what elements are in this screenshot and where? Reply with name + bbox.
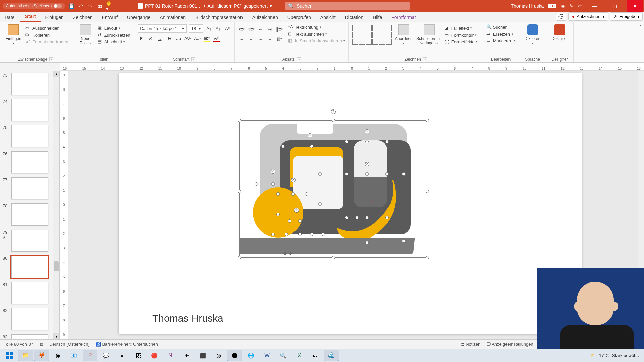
copy-button[interactable]: ⧉Kopieren xyxy=(25,32,68,38)
tab-zeichnen[interactable]: Zeichnen xyxy=(68,13,97,22)
resize-handle[interactable] xyxy=(310,145,313,148)
shapes-gallery[interactable] xyxy=(352,25,392,45)
resize-handle[interactable] xyxy=(402,239,406,243)
resize-handle[interactable] xyxy=(402,172,406,176)
align-right-button[interactable]: ≡ xyxy=(257,35,264,42)
taskbar-onenote[interactable]: N xyxy=(163,350,178,361)
decrease-font-button[interactable]: A↓ xyxy=(215,25,222,32)
justify-button[interactable]: ≡ xyxy=(266,35,274,42)
resize-handle[interactable] xyxy=(385,140,389,143)
scroll-down-icon[interactable]: ▾ xyxy=(53,333,59,339)
resize-handle[interactable] xyxy=(271,182,275,186)
maximize-button[interactable]: ▢ xyxy=(607,0,623,12)
user-initials[interactable]: TH xyxy=(548,4,556,8)
tab-animationen[interactable]: Animationen xyxy=(155,13,191,22)
reset-button[interactable]: ↺Zurücksetzen xyxy=(98,32,130,38)
numbering-button[interactable]: 1≡ xyxy=(248,25,255,33)
resize-handle[interactable] xyxy=(310,233,313,236)
taskbar-obs[interactable]: ◎ xyxy=(211,350,226,361)
convert-smartart-button[interactable]: ◧In SmartArt konvertieren xyxy=(288,38,345,43)
collapse-ribbon-button[interactable]: ˅ xyxy=(638,22,644,62)
tab-entwurf[interactable]: Entwurf xyxy=(97,13,122,22)
taskbar-telegram[interactable]: ✈ xyxy=(179,350,194,361)
align-center-button[interactable]: ≡ xyxy=(248,35,255,42)
layout-button[interactable]: ▦Layout xyxy=(98,25,130,31)
selected-graphic-group[interactable]: ✥ ✥ ↖ xyxy=(239,110,427,258)
resize-handle[interactable] xyxy=(318,172,322,176)
font-family-select[interactable]: Calibri (Textkörper) ▾ xyxy=(138,24,187,33)
italic-button[interactable]: K xyxy=(147,35,154,42)
resize-handle[interactable] xyxy=(426,256,429,259)
line-spacing-button[interactable]: ‖≡ xyxy=(276,25,283,33)
slide-thumbnail[interactable]: 75 xyxy=(0,123,59,149)
taskbar-explorer[interactable]: 📁 xyxy=(18,350,33,361)
taskbar-app-3[interactable]: 🔴 xyxy=(147,350,162,361)
resize-handle[interactable] xyxy=(426,190,429,193)
resize-handle[interactable] xyxy=(238,256,241,259)
shape-effects-button[interactable]: ◯Formeffekte xyxy=(445,39,478,44)
dialog-launcher-icon[interactable]: ↘ xyxy=(423,57,427,61)
dialog-launcher-icon[interactable]: ↘ xyxy=(49,57,53,61)
resize-handle[interactable] xyxy=(345,140,348,143)
text-direction-button[interactable]: ↕ATextrichtung xyxy=(288,24,345,30)
designer-button[interactable]: Designer xyxy=(550,24,570,41)
slide-thumbnail[interactable]: 82 xyxy=(0,306,59,332)
columns-button[interactable]: ▥ xyxy=(276,35,283,42)
slide-counter[interactable]: Folie 80 von 87 xyxy=(3,342,33,347)
tab-start[interactable]: Start xyxy=(20,12,41,22)
rotation-handle-icon[interactable] xyxy=(271,169,275,174)
taskbar-excel[interactable]: X xyxy=(292,350,307,361)
slide-thumbnail[interactable]: 73 xyxy=(0,71,59,97)
tab-hilfe[interactable]: Hilfe xyxy=(368,13,387,22)
window-overlay-icon[interactable]: ▭ xyxy=(578,3,582,9)
slide-thumbnail[interactable]: 76 xyxy=(0,149,59,175)
redo-icon[interactable]: ↷ xyxy=(87,3,93,9)
coming-soon-icon[interactable]: ◈ xyxy=(561,3,565,9)
clear-format-button[interactable]: Aᵉ xyxy=(224,25,231,32)
slide-thumbnail[interactable]: 77 xyxy=(0,175,59,201)
tab-aufzeichnen[interactable]: Aufzeichnen xyxy=(248,13,283,22)
underline-button[interactable]: U xyxy=(156,35,164,42)
resize-handle[interactable] xyxy=(385,216,389,219)
tab-uebergaenge[interactable]: Übergänge xyxy=(122,13,155,22)
tab-ueberpruefen[interactable]: Überprüfen xyxy=(283,13,316,22)
char-spacing-button[interactable]: AV xyxy=(184,35,192,42)
resize-handle[interactable] xyxy=(276,192,280,196)
resize-handle[interactable] xyxy=(365,172,369,176)
slide-thumbnail[interactable]: 83 xyxy=(0,332,59,339)
resize-handle[interactable] xyxy=(345,172,348,176)
taskbar-edge[interactable]: 🌊 xyxy=(324,350,339,361)
resize-handle[interactable] xyxy=(318,202,322,206)
taskbar-chrome[interactable]: ◉ xyxy=(50,350,65,361)
paste-button[interactable]: Einfügen xyxy=(3,24,23,45)
slide-thumbnail[interactable]: 74 xyxy=(0,97,59,123)
close-button[interactable]: ✕ xyxy=(627,0,643,12)
slide-thumbnail[interactable]: 79★ xyxy=(0,228,59,254)
font-color-button[interactable]: A xyxy=(213,35,220,42)
notes-toggle[interactable]: ≣ Notizen xyxy=(461,342,481,347)
share-button[interactable]: ↗Freigeben xyxy=(610,12,643,21)
outdent-button[interactable]: ⇤ xyxy=(257,25,264,33)
resize-handle[interactable] xyxy=(298,219,302,223)
format-painter-button[interactable]: 🖌Format übertragen xyxy=(25,39,68,44)
taskbar-word[interactable]: W xyxy=(260,350,274,361)
user-name[interactable]: Thomas Hruska xyxy=(511,3,544,9)
resize-handle[interactable] xyxy=(305,192,308,196)
tab-formformat[interactable]: Formformat xyxy=(387,13,420,22)
resize-handle[interactable] xyxy=(426,119,429,122)
taskbar-app-2[interactable]: 🖼 xyxy=(131,350,146,361)
accessibility-status[interactable]: Barrierefreiheit: Untersuchen xyxy=(102,342,158,347)
increase-font-button[interactable]: A↑ xyxy=(205,25,213,32)
arrange-button[interactable]: Anordnen xyxy=(394,24,414,45)
dialog-launcher-icon[interactable]: ↘ xyxy=(297,57,301,61)
tab-dictation[interactable]: Dictation xyxy=(340,13,368,22)
indent-button[interactable]: ⇥ xyxy=(266,25,274,33)
bold-button[interactable]: F xyxy=(138,35,145,42)
document-title-area[interactable]: PPT 01 Roter Faden 001… • Auf "diesem PC… xyxy=(138,3,272,9)
ruler-horizontal[interactable]: 1615141312111098765432101234567891011121… xyxy=(60,63,644,71)
rotation-handle-icon[interactable] xyxy=(308,133,312,138)
select-button[interactable]: ▭Markieren xyxy=(486,38,516,43)
rotation-handle-icon[interactable] xyxy=(365,129,369,134)
resize-handle[interactable] xyxy=(322,233,325,236)
resize-handle[interactable] xyxy=(345,216,348,219)
